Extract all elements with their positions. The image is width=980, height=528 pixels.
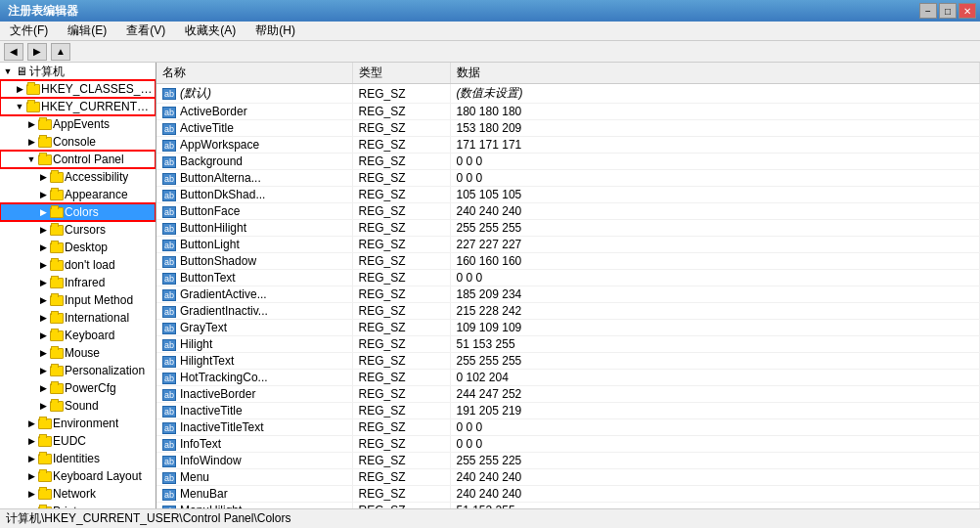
menu-edit[interactable]: 编辑(E)	[62, 22, 112, 40]
tree-item-inputmethod[interactable]: ▶ Input Method	[0, 291, 156, 309]
tree-item-desktop[interactable]: ▶ Desktop	[0, 239, 156, 256]
minimize-button[interactable]: −	[919, 3, 937, 19]
table-row[interactable]: ab(默认)REG_SZ(数值未设置)	[156, 84, 980, 104]
table-row[interactable]: abActiveBorderREG_SZ180 180 180	[156, 104, 980, 120]
colors-toggle[interactable]: ▶	[37, 206, 49, 218]
appearance-toggle[interactable]: ▶	[37, 189, 49, 200]
table-row[interactable]: abInfoWindowREG_SZ255 255 225	[156, 453, 980, 469]
reg-value-icon: ab	[162, 173, 176, 185]
appevents-toggle[interactable]: ▶	[25, 118, 37, 130]
tree-item-network[interactable]: ▶ Network	[0, 485, 156, 503]
infrared-folder-icon	[49, 276, 65, 289]
console-toggle[interactable]: ▶	[25, 136, 37, 148]
values-panel[interactable]: 名称 类型 数据 ab(默认)REG_SZ(数值未设置)abActiveBord…	[156, 63, 980, 508]
table-row[interactable]: abButtonFaceREG_SZ240 240 240	[156, 203, 980, 220]
tree-item-controlpanel[interactable]: ▼ Control Panel	[0, 151, 156, 168]
tree-item-sound[interactable]: ▶ Sound	[0, 397, 156, 415]
tree-item-hkcr[interactable]: ▶ HKEY_CLASSES_ROOT	[0, 80, 156, 98]
table-row[interactable]: abMenuREG_SZ240 240 240	[156, 469, 980, 486]
printers-toggle[interactable]: ▶	[25, 506, 37, 508]
hkcr-toggle[interactable]: ▶	[14, 83, 25, 95]
tree-panel[interactable]: ▼ 🖥 计算机 ▶ HKEY_CLASSES_ROOT ▼ HKEY_CURRE…	[0, 63, 156, 508]
personalization-toggle[interactable]: ▶	[37, 365, 49, 376]
cell-data: 51 153 255	[450, 336, 980, 353]
table-row[interactable]: abAppWorkspaceREG_SZ171 171 171	[156, 137, 980, 154]
table-row[interactable]: abInactiveBorderREG_SZ244 247 252	[156, 386, 980, 403]
environment-folder-icon	[37, 417, 53, 430]
tree-item-keyboard[interactable]: ▶ Keyboard	[0, 327, 156, 344]
value-name: (默认)	[180, 86, 211, 100]
table-row[interactable]: abInactiveTitleTextREG_SZ0 0 0	[156, 419, 980, 436]
tree-item-eudc[interactable]: ▶ EUDC	[0, 432, 156, 450]
infrared-toggle[interactable]: ▶	[37, 277, 49, 288]
cell-type: REG_SZ	[352, 486, 450, 503]
menu-file[interactable]: 文件(F)	[4, 22, 54, 40]
tree-item-keyboardlayout[interactable]: ▶ Keyboard Layout	[0, 467, 156, 485]
table-row[interactable]: abHotTrackingCo...REG_SZ0 102 204	[156, 370, 980, 386]
tree-item-dontload[interactable]: ▶ don't load	[0, 256, 156, 274]
table-row[interactable]: abInactiveTitleREG_SZ191 205 219	[156, 403, 980, 419]
keyboard-toggle[interactable]: ▶	[37, 330, 49, 341]
tree-item-infrared[interactable]: ▶ Infrared	[0, 274, 156, 291]
cell-name: abInactiveTitleText	[156, 419, 352, 436]
tree-item-hkcu[interactable]: ▼ HKEY_CURRENT_USER	[0, 98, 156, 115]
table-row[interactable]: abHilightTextREG_SZ255 255 255	[156, 353, 980, 370]
hkcu-toggle[interactable]: ▼	[14, 101, 25, 112]
accessibility-toggle[interactable]: ▶	[37, 171, 49, 183]
international-toggle[interactable]: ▶	[37, 312, 49, 324]
tree-item-accessibility[interactable]: ▶ Accessibility	[0, 168, 156, 186]
table-row[interactable]: abInfoTextREG_SZ0 0 0	[156, 436, 980, 453]
tree-item-mouse[interactable]: ▶ Mouse	[0, 344, 156, 362]
table-row[interactable]: abButtonTextREG_SZ0 0 0	[156, 270, 980, 286]
table-row[interactable]: abActiveTitleREG_SZ153 180 209	[156, 120, 980, 137]
tree-item-personalization[interactable]: ▶ Personalization	[0, 362, 156, 379]
tree-item-printers[interactable]: ▶ Printers	[0, 503, 156, 508]
table-row[interactable]: abButtonAlterna...REG_SZ0 0 0	[156, 170, 980, 187]
tree-root[interactable]: ▼ 🖥 计算机	[0, 63, 156, 80]
tree-item-console[interactable]: ▶ Console	[0, 133, 156, 151]
table-row[interactable]: abBackgroundREG_SZ0 0 0	[156, 154, 980, 170]
cursors-toggle[interactable]: ▶	[37, 224, 49, 236]
table-row[interactable]: abButtonShadowREG_SZ160 160 160	[156, 253, 980, 270]
sound-toggle[interactable]: ▶	[37, 400, 49, 412]
table-row[interactable]: abHilightREG_SZ51 153 255	[156, 336, 980, 353]
tree-item-international[interactable]: ▶ International	[0, 309, 156, 327]
toolbar-back-button[interactable]: ◀	[4, 43, 23, 61]
tree-item-identities[interactable]: ▶ Identities	[0, 450, 156, 467]
tree-item-powercfg[interactable]: ▶ PowerCfg	[0, 379, 156, 397]
table-row[interactable]: abButtonHilightREG_SZ255 255 255	[156, 220, 980, 237]
tree-item-appearance[interactable]: ▶ Appearance	[0, 186, 156, 203]
tree-item-environment[interactable]: ▶ Environment	[0, 415, 156, 432]
toolbar-forward-button[interactable]: ▶	[27, 43, 47, 61]
root-toggle[interactable]: ▼	[2, 66, 14, 77]
table-row[interactable]: abButtonDkShad...REG_SZ105 105 105	[156, 187, 980, 203]
restore-button[interactable]: □	[939, 3, 957, 19]
menu-favorites[interactable]: 收藏夹(A)	[179, 22, 242, 40]
identities-toggle[interactable]: ▶	[25, 453, 37, 464]
desktop-toggle[interactable]: ▶	[37, 242, 49, 253]
tree-item-appevents[interactable]: ▶ AppEvents	[0, 115, 156, 133]
keyboardlayout-toggle[interactable]: ▶	[25, 470, 37, 482]
mouse-toggle[interactable]: ▶	[37, 347, 49, 359]
powercfg-toggle[interactable]: ▶	[37, 382, 49, 394]
controlpanel-toggle[interactable]: ▼	[25, 154, 37, 165]
inputmethod-toggle[interactable]: ▶	[37, 294, 49, 306]
table-row[interactable]: abGradientInactiv...REG_SZ215 228 242	[156, 303, 980, 320]
toolbar-up-button[interactable]: ▲	[51, 43, 70, 61]
table-row[interactable]: abButtonLightREG_SZ227 227 227	[156, 237, 980, 253]
tree-item-cursors[interactable]: ▶ Cursors	[0, 221, 156, 239]
table-row[interactable]: abGradientActive...REG_SZ185 209 234	[156, 286, 980, 303]
table-row[interactable]: abMenuBarREG_SZ240 240 240	[156, 486, 980, 503]
table-row[interactable]: abMenuHilightREG_SZ51 153 255	[156, 503, 980, 509]
menu-help[interactable]: 帮助(H)	[249, 22, 301, 40]
tree-item-colors[interactable]: ▶ Colors	[0, 203, 156, 221]
environment-toggle[interactable]: ▶	[25, 418, 37, 429]
menu-view[interactable]: 查看(V)	[120, 22, 171, 40]
network-toggle[interactable]: ▶	[25, 488, 37, 500]
table-row[interactable]: abGrayTextREG_SZ109 109 109	[156, 320, 980, 336]
close-button[interactable]: ✕	[958, 3, 976, 19]
cell-data: 255 255 255	[450, 220, 980, 237]
dontload-toggle[interactable]: ▶	[37, 259, 49, 271]
eudc-toggle[interactable]: ▶	[25, 435, 37, 447]
reg-value-icon: ab	[162, 406, 176, 418]
